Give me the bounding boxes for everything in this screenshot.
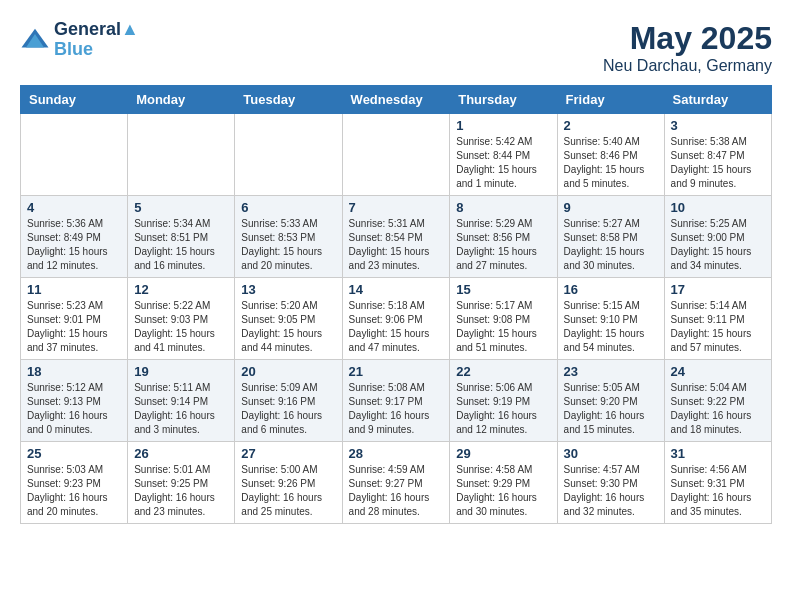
calendar-cell: 31Sunrise: 4:56 AM Sunset: 9:31 PM Dayli…: [664, 442, 771, 524]
day-info: Sunrise: 5:31 AM Sunset: 8:54 PM Dayligh…: [349, 217, 444, 273]
calendar-week-row: 11Sunrise: 5:23 AM Sunset: 9:01 PM Dayli…: [21, 278, 772, 360]
day-info: Sunrise: 5:22 AM Sunset: 9:03 PM Dayligh…: [134, 299, 228, 355]
calendar-cell: 6Sunrise: 5:33 AM Sunset: 8:53 PM Daylig…: [235, 196, 342, 278]
day-info: Sunrise: 4:59 AM Sunset: 9:27 PM Dayligh…: [349, 463, 444, 519]
calendar-week-row: 25Sunrise: 5:03 AM Sunset: 9:23 PM Dayli…: [21, 442, 772, 524]
day-number: 17: [671, 282, 765, 297]
calendar-cell: [21, 114, 128, 196]
day-number: 30: [564, 446, 658, 461]
day-info: Sunrise: 5:04 AM Sunset: 9:22 PM Dayligh…: [671, 381, 765, 437]
calendar-cell: 15Sunrise: 5:17 AM Sunset: 9:08 PM Dayli…: [450, 278, 557, 360]
day-number: 14: [349, 282, 444, 297]
day-number: 29: [456, 446, 550, 461]
day-number: 23: [564, 364, 658, 379]
page-header: General▲ Blue May 2025 Neu Darchau, Germ…: [20, 20, 772, 75]
day-info: Sunrise: 5:34 AM Sunset: 8:51 PM Dayligh…: [134, 217, 228, 273]
calendar-cell: 7Sunrise: 5:31 AM Sunset: 8:54 PM Daylig…: [342, 196, 450, 278]
day-info: Sunrise: 5:33 AM Sunset: 8:53 PM Dayligh…: [241, 217, 335, 273]
calendar-cell: 30Sunrise: 4:57 AM Sunset: 9:30 PM Dayli…: [557, 442, 664, 524]
day-info: Sunrise: 5:09 AM Sunset: 9:16 PM Dayligh…: [241, 381, 335, 437]
day-number: 5: [134, 200, 228, 215]
day-info: Sunrise: 5:14 AM Sunset: 9:11 PM Dayligh…: [671, 299, 765, 355]
calendar-cell: 13Sunrise: 5:20 AM Sunset: 9:05 PM Dayli…: [235, 278, 342, 360]
day-info: Sunrise: 5:15 AM Sunset: 9:10 PM Dayligh…: [564, 299, 658, 355]
day-number: 21: [349, 364, 444, 379]
day-number: 27: [241, 446, 335, 461]
day-number: 28: [349, 446, 444, 461]
weekday-header-wednesday: Wednesday: [342, 86, 450, 114]
calendar-cell: 3Sunrise: 5:38 AM Sunset: 8:47 PM Daylig…: [664, 114, 771, 196]
weekday-header-tuesday: Tuesday: [235, 86, 342, 114]
day-info: Sunrise: 5:06 AM Sunset: 9:19 PM Dayligh…: [456, 381, 550, 437]
calendar-cell: 4Sunrise: 5:36 AM Sunset: 8:49 PM Daylig…: [21, 196, 128, 278]
day-number: 22: [456, 364, 550, 379]
calendar-cell: 28Sunrise: 4:59 AM Sunset: 9:27 PM Dayli…: [342, 442, 450, 524]
day-info: Sunrise: 4:56 AM Sunset: 9:31 PM Dayligh…: [671, 463, 765, 519]
calendar-cell: 8Sunrise: 5:29 AM Sunset: 8:56 PM Daylig…: [450, 196, 557, 278]
calendar-cell: 12Sunrise: 5:22 AM Sunset: 9:03 PM Dayli…: [128, 278, 235, 360]
weekday-header-row: SundayMondayTuesdayWednesdayThursdayFrid…: [21, 86, 772, 114]
calendar-cell: 19Sunrise: 5:11 AM Sunset: 9:14 PM Dayli…: [128, 360, 235, 442]
calendar-table: SundayMondayTuesdayWednesdayThursdayFrid…: [20, 85, 772, 524]
calendar-cell: 24Sunrise: 5:04 AM Sunset: 9:22 PM Dayli…: [664, 360, 771, 442]
day-number: 18: [27, 364, 121, 379]
day-info: Sunrise: 5:36 AM Sunset: 8:49 PM Dayligh…: [27, 217, 121, 273]
weekday-header-monday: Monday: [128, 86, 235, 114]
day-info: Sunrise: 5:42 AM Sunset: 8:44 PM Dayligh…: [456, 135, 550, 191]
day-number: 9: [564, 200, 658, 215]
calendar-cell: [128, 114, 235, 196]
calendar-cell: [342, 114, 450, 196]
calendar-cell: 27Sunrise: 5:00 AM Sunset: 9:26 PM Dayli…: [235, 442, 342, 524]
day-info: Sunrise: 5:29 AM Sunset: 8:56 PM Dayligh…: [456, 217, 550, 273]
calendar-cell: 10Sunrise: 5:25 AM Sunset: 9:00 PM Dayli…: [664, 196, 771, 278]
day-info: Sunrise: 4:57 AM Sunset: 9:30 PM Dayligh…: [564, 463, 658, 519]
weekday-header-friday: Friday: [557, 86, 664, 114]
day-number: 25: [27, 446, 121, 461]
day-info: Sunrise: 5:17 AM Sunset: 9:08 PM Dayligh…: [456, 299, 550, 355]
day-number: 7: [349, 200, 444, 215]
day-number: 31: [671, 446, 765, 461]
day-info: Sunrise: 5:11 AM Sunset: 9:14 PM Dayligh…: [134, 381, 228, 437]
day-number: 8: [456, 200, 550, 215]
day-info: Sunrise: 5:18 AM Sunset: 9:06 PM Dayligh…: [349, 299, 444, 355]
day-number: 10: [671, 200, 765, 215]
calendar-cell: 23Sunrise: 5:05 AM Sunset: 9:20 PM Dayli…: [557, 360, 664, 442]
day-number: 16: [564, 282, 658, 297]
calendar-cell: 26Sunrise: 5:01 AM Sunset: 9:25 PM Dayli…: [128, 442, 235, 524]
day-number: 12: [134, 282, 228, 297]
calendar-cell: 20Sunrise: 5:09 AM Sunset: 9:16 PM Dayli…: [235, 360, 342, 442]
day-info: Sunrise: 5:08 AM Sunset: 9:17 PM Dayligh…: [349, 381, 444, 437]
calendar-cell: 25Sunrise: 5:03 AM Sunset: 9:23 PM Dayli…: [21, 442, 128, 524]
calendar-cell: 2Sunrise: 5:40 AM Sunset: 8:46 PM Daylig…: [557, 114, 664, 196]
weekday-header-thursday: Thursday: [450, 86, 557, 114]
calendar-cell: 29Sunrise: 4:58 AM Sunset: 9:29 PM Dayli…: [450, 442, 557, 524]
day-info: Sunrise: 5:23 AM Sunset: 9:01 PM Dayligh…: [27, 299, 121, 355]
day-info: Sunrise: 5:27 AM Sunset: 8:58 PM Dayligh…: [564, 217, 658, 273]
calendar-cell: 17Sunrise: 5:14 AM Sunset: 9:11 PM Dayli…: [664, 278, 771, 360]
day-info: Sunrise: 5:20 AM Sunset: 9:05 PM Dayligh…: [241, 299, 335, 355]
weekday-header-saturday: Saturday: [664, 86, 771, 114]
day-info: Sunrise: 5:05 AM Sunset: 9:20 PM Dayligh…: [564, 381, 658, 437]
day-number: 20: [241, 364, 335, 379]
day-info: Sunrise: 5:38 AM Sunset: 8:47 PM Dayligh…: [671, 135, 765, 191]
day-info: Sunrise: 5:03 AM Sunset: 9:23 PM Dayligh…: [27, 463, 121, 519]
calendar-cell: 11Sunrise: 5:23 AM Sunset: 9:01 PM Dayli…: [21, 278, 128, 360]
calendar-cell: 22Sunrise: 5:06 AM Sunset: 9:19 PM Dayli…: [450, 360, 557, 442]
day-number: 3: [671, 118, 765, 133]
logo: General▲ Blue: [20, 20, 139, 60]
calendar-cell: 14Sunrise: 5:18 AM Sunset: 9:06 PM Dayli…: [342, 278, 450, 360]
calendar-cell: 1Sunrise: 5:42 AM Sunset: 8:44 PM Daylig…: [450, 114, 557, 196]
calendar-cell: 21Sunrise: 5:08 AM Sunset: 9:17 PM Dayli…: [342, 360, 450, 442]
day-number: 4: [27, 200, 121, 215]
calendar-cell: 18Sunrise: 5:12 AM Sunset: 9:13 PM Dayli…: [21, 360, 128, 442]
day-info: Sunrise: 5:00 AM Sunset: 9:26 PM Dayligh…: [241, 463, 335, 519]
day-number: 1: [456, 118, 550, 133]
calendar-cell: 5Sunrise: 5:34 AM Sunset: 8:51 PM Daylig…: [128, 196, 235, 278]
calendar-week-row: 1Sunrise: 5:42 AM Sunset: 8:44 PM Daylig…: [21, 114, 772, 196]
title-block: May 2025 Neu Darchau, Germany: [603, 20, 772, 75]
day-number: 2: [564, 118, 658, 133]
calendar-title: May 2025: [603, 20, 772, 57]
day-info: Sunrise: 5:25 AM Sunset: 9:00 PM Dayligh…: [671, 217, 765, 273]
calendar-cell: 16Sunrise: 5:15 AM Sunset: 9:10 PM Dayli…: [557, 278, 664, 360]
day-info: Sunrise: 4:58 AM Sunset: 9:29 PM Dayligh…: [456, 463, 550, 519]
